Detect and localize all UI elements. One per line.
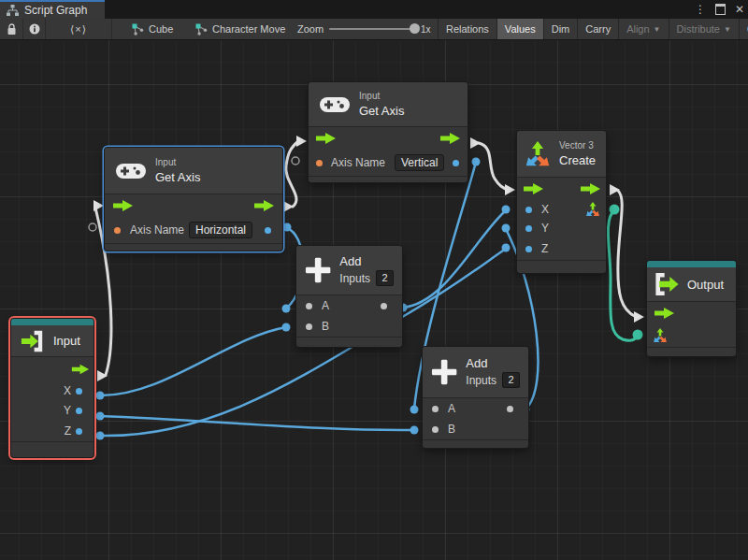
- result-out-port[interactable]: [381, 303, 387, 309]
- flow-out-port[interactable]: [253, 199, 275, 212]
- node-add-top[interactable]: Add Inputs 2 A B: [296, 246, 402, 347]
- input-b-port[interactable]: [432, 426, 439, 433]
- graph-tab-label: Character Move: [212, 23, 285, 35]
- graph-tab-character-move[interactable]: Character Move: [195, 19, 285, 39]
- info-button[interactable]: [23, 19, 45, 39]
- event-color-bar: [11, 319, 94, 325]
- result-out-port[interactable]: [507, 406, 513, 412]
- port-label-x: X: [541, 203, 549, 216]
- inputs-label: Inputs: [466, 374, 496, 387]
- node-title: Output: [687, 278, 724, 292]
- graph-tab-label: Cube: [149, 23, 173, 35]
- gamepad-icon: [115, 161, 147, 181]
- input-a-port[interactable]: [306, 303, 312, 309]
- input-a-port[interactable]: [432, 406, 439, 412]
- flow-out-port[interactable]: [439, 132, 461, 145]
- output-icon: [653, 272, 681, 296]
- string-in-port[interactable]: [114, 227, 121, 234]
- port-label-y: Y: [64, 404, 71, 417]
- node-title: Get Axis: [155, 170, 200, 184]
- overview-button[interactable]: Overview: [739, 19, 748, 39]
- close-icon[interactable]: ✕: [735, 3, 744, 16]
- inputs-count-field[interactable]: 2: [502, 372, 520, 388]
- node-add-bottom[interactable]: Add Inputs 2 A B: [423, 347, 528, 448]
- tab-script-graph[interactable]: Script Graph: [0, 0, 105, 19]
- node-caption: Input: [359, 91, 404, 102]
- port-label-z: Z: [65, 424, 71, 438]
- relations-button[interactable]: Relations: [438, 19, 496, 39]
- value-out-port[interactable]: [265, 227, 271, 234]
- param-label: Axis Name: [331, 156, 385, 169]
- zoom-slider-handle[interactable]: [410, 23, 420, 34]
- param-label: Axis Name: [130, 223, 184, 237]
- event-color-bar: [647, 261, 736, 267]
- node-title: Add: [339, 254, 394, 268]
- dim-button[interactable]: Dim: [543, 19, 578, 39]
- graph-asset-icon: [132, 23, 144, 36]
- port-label-x: X: [64, 384, 71, 397]
- value-out-port[interactable]: [453, 160, 459, 166]
- node-output-event[interactable]: Output: [647, 261, 736, 356]
- node-vector3-create[interactable]: Vector 3 Create X Y Z: [517, 131, 606, 273]
- chevron-down-icon: ▼: [724, 25, 731, 34]
- zoom-value: 1x: [421, 19, 431, 39]
- add-icon: [305, 256, 331, 284]
- lock-icon: [7, 23, 17, 36]
- port-label-y: Y: [541, 222, 549, 235]
- node-title: Create: [559, 153, 596, 167]
- z-in-port[interactable]: [525, 246, 532, 252]
- graph-tab-cube[interactable]: Cube: [132, 19, 173, 39]
- node-caption: Input: [155, 157, 200, 168]
- z-out-port[interactable]: [76, 428, 82, 435]
- script-graph-icon: [7, 5, 19, 16]
- node-get-axis-vertical[interactable]: Input Get Axis Axis Name Vertical: [309, 82, 468, 182]
- axis-name-field[interactable]: Vertical: [395, 154, 444, 171]
- zoom-label: Zoom: [297, 19, 324, 39]
- y-in-port[interactable]: [525, 225, 532, 232]
- carry-button[interactable]: Carry: [577, 19, 618, 39]
- add-icon: [431, 358, 457, 386]
- x-in-port[interactable]: [525, 207, 532, 213]
- flow-in-port[interactable]: [112, 199, 134, 212]
- port-label-b: B: [448, 423, 455, 436]
- window-menu-icon[interactable]: ⋮: [695, 3, 706, 16]
- node-get-axis-horizontal[interactable]: Input Get Axis Axis Name Horizontal: [105, 148, 282, 251]
- distribute-dropdown[interactable]: Distribute▼: [669, 19, 739, 39]
- inputs-label: Inputs: [339, 272, 370, 285]
- vector3-icon: [523, 139, 553, 169]
- graph-asset-icon: [195, 23, 208, 36]
- flow-in-port[interactable]: [523, 182, 544, 195]
- maximize-icon[interactable]: [715, 4, 726, 15]
- vector3-in-port[interactable]: [652, 327, 669, 344]
- values-button[interactable]: Values: [496, 19, 543, 39]
- zoom-slider-track[interactable]: [329, 28, 413, 30]
- input-b-port[interactable]: [306, 323, 312, 330]
- align-dropdown[interactable]: Align▼: [618, 19, 668, 39]
- node-title: Get Axis: [359, 104, 404, 118]
- unity-visual-scripting-window: Input Get Axis Axis Name Vertical Input: [0, 0, 748, 560]
- axis-name-field[interactable]: Horizontal: [189, 222, 252, 238]
- port-label-a: A: [322, 299, 329, 312]
- node-title: Add: [466, 356, 520, 370]
- x-out-port[interactable]: [76, 388, 82, 395]
- chevron-down-icon: ▼: [654, 25, 661, 34]
- port-label-z: Z: [541, 242, 548, 255]
- flow-out-port[interactable]: [580, 182, 601, 195]
- vector3-out-port[interactable]: [584, 201, 601, 218]
- info-icon: [29, 23, 40, 35]
- lock-button[interactable]: [0, 19, 22, 39]
- string-in-port[interactable]: [316, 160, 323, 166]
- port-label-b: B: [322, 320, 329, 333]
- flow-in-port[interactable]: [654, 307, 675, 320]
- code-view-button[interactable]: ⟨×⟩: [46, 19, 111, 39]
- flow-in-port[interactable]: [315, 132, 337, 145]
- node-input-event[interactable]: Input X Y Z: [11, 319, 94, 457]
- flow-out-port[interactable]: [71, 364, 90, 376]
- gamepad-icon: [319, 94, 351, 115]
- y-out-port[interactable]: [76, 408, 82, 414]
- inputs-count-field[interactable]: 2: [376, 270, 394, 286]
- node-title: Input: [53, 334, 80, 348]
- port-label-a: A: [448, 402, 455, 415]
- graph-toolbar: ⟨×⟩ Cube Character Move Zoom 1x Relation…: [0, 19, 748, 40]
- tab-bar: Script Graph ⋮ ✕: [0, 0, 748, 19]
